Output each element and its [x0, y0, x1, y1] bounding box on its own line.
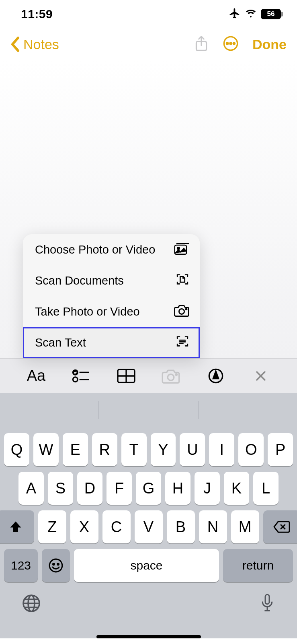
menu-item-label: Take Photo or Video — [35, 305, 140, 318]
svg-rect-33 — [265, 594, 269, 604]
svg-point-27 — [49, 559, 62, 572]
airplane-mode-icon — [229, 7, 241, 21]
key-e[interactable]: E — [63, 433, 88, 466]
menu-scan-text[interactable]: Scan Text — [23, 327, 200, 358]
key-b[interactable]: B — [167, 510, 195, 543]
svg-point-28 — [53, 564, 55, 565]
menu-choose-photo[interactable]: Choose Photo or Video — [23, 234, 200, 265]
key-k[interactable]: K — [224, 472, 249, 505]
key-o[interactable]: O — [238, 433, 264, 466]
numbers-key[interactable]: 123 — [4, 549, 38, 582]
key-f[interactable]: F — [107, 472, 132, 505]
photo-library-icon — [174, 242, 189, 258]
back-title: Notes — [23, 37, 59, 52]
ellipsis-circle-icon — [223, 35, 239, 52]
predictive-separator — [198, 401, 199, 419]
globe-key[interactable] — [22, 594, 41, 615]
menu-item-label: Scan Text — [35, 336, 86, 349]
table-button[interactable] — [114, 365, 138, 387]
key-q[interactable]: Q — [4, 433, 29, 466]
back-button[interactable]: Notes — [10, 36, 59, 52]
scan-text-icon — [176, 334, 189, 351]
dictation-key[interactable] — [259, 593, 275, 615]
key-v[interactable]: V — [135, 510, 163, 543]
key-g[interactable]: G — [136, 472, 161, 505]
svg-point-4 — [230, 43, 231, 44]
svg-point-15 — [73, 377, 78, 382]
key-u[interactable]: U — [180, 433, 205, 466]
menu-take-photo[interactable]: Take Photo or Video — [23, 296, 200, 327]
key-m[interactable]: M — [231, 510, 259, 543]
svg-point-7 — [177, 247, 179, 249]
svg-point-3 — [227, 43, 228, 44]
keyboard: QWERTYUIOP ASDFGHJKL ZXCVBNM 123 — [0, 393, 297, 638]
wifi-icon — [245, 8, 257, 20]
note-format-toolbar: Aa — [0, 358, 297, 393]
chevron-left-icon — [10, 36, 21, 52]
svg-point-8 — [179, 309, 184, 314]
camera-toolbar-button[interactable] — [159, 365, 183, 387]
space-key[interactable]: space — [74, 549, 219, 582]
key-l[interactable]: L — [253, 472, 279, 505]
predictive-separator — [98, 401, 99, 419]
close-toolbar-button[interactable] — [249, 365, 273, 387]
predictive-row — [0, 393, 297, 427]
key-a[interactable]: A — [18, 472, 44, 505]
key-x[interactable]: X — [70, 510, 98, 543]
svg-point-20 — [168, 374, 174, 380]
return-key[interactable]: return — [223, 549, 293, 582]
key-p[interactable]: P — [268, 433, 293, 466]
svg-point-5 — [233, 43, 235, 44]
markup-button[interactable] — [204, 365, 228, 387]
navigation-bar: Notes Done — [0, 28, 297, 60]
note-editor[interactable]: Choose Photo or Video Scan Documents — [0, 60, 297, 358]
camera-icon — [174, 304, 189, 320]
text-format-button[interactable]: Aa — [24, 365, 48, 387]
key-d[interactable]: D — [77, 472, 102, 505]
scan-document-icon — [176, 272, 189, 289]
battery-indicator: 56 — [261, 9, 281, 19]
key-i[interactable]: I — [209, 433, 234, 466]
status-bar: 11:59 56 — [0, 0, 297, 28]
menu-scan-documents[interactable]: Scan Documents — [23, 265, 200, 296]
share-button[interactable] — [194, 35, 209, 54]
emoji-key[interactable] — [42, 549, 70, 582]
camera-menu-popup: Choose Photo or Video Scan Documents — [23, 234, 200, 358]
share-icon — [194, 35, 209, 52]
menu-item-label: Scan Documents — [35, 274, 124, 287]
key-n[interactable]: N — [199, 510, 227, 543]
svg-point-9 — [186, 308, 187, 310]
key-r[interactable]: R — [92, 433, 117, 466]
key-y[interactable]: Y — [151, 433, 176, 466]
menu-item-label: Choose Photo or Video — [35, 243, 155, 256]
key-t[interactable]: T — [121, 433, 147, 466]
key-c[interactable]: C — [102, 510, 131, 543]
checklist-button[interactable] — [69, 365, 93, 387]
svg-point-21 — [176, 374, 177, 375]
svg-point-29 — [57, 564, 59, 565]
key-j[interactable]: J — [195, 472, 220, 505]
key-h[interactable]: H — [165, 472, 190, 505]
key-z[interactable]: Z — [38, 510, 66, 543]
key-w[interactable]: W — [33, 433, 59, 466]
done-button[interactable]: Done — [252, 37, 287, 52]
home-indicator — [96, 635, 201, 638]
key-s[interactable]: S — [48, 472, 73, 505]
more-button[interactable] — [223, 35, 239, 53]
delete-key[interactable] — [263, 510, 297, 543]
status-time: 11:59 — [21, 7, 53, 21]
shift-key[interactable] — [0, 510, 34, 543]
